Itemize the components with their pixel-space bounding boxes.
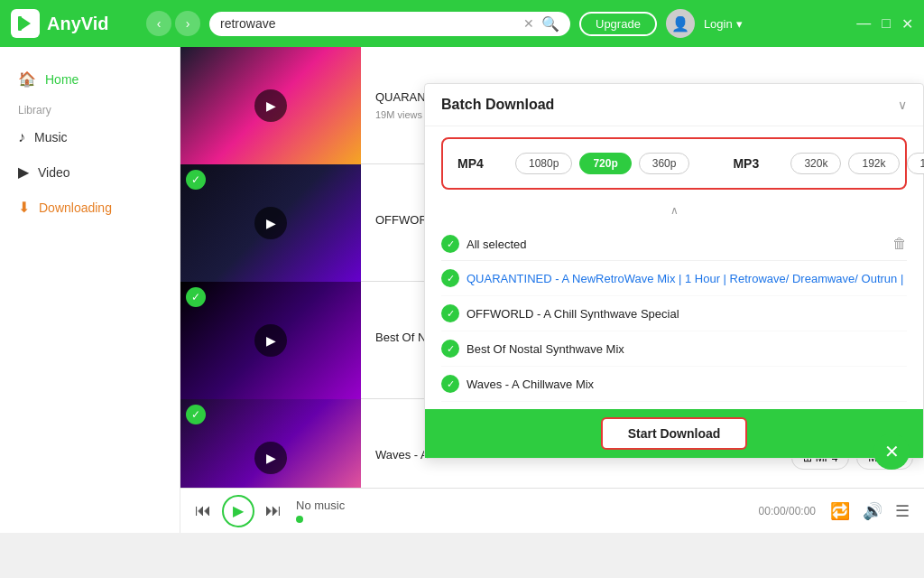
mp3-quality-buttons: 320k 192k 128k bbox=[790, 153, 924, 174]
quality-360p[interactable]: 360p bbox=[639, 153, 690, 174]
format-row: MP4 1080p 720p 360p MP3 320k 192k 128k bbox=[457, 150, 891, 177]
format-selector: MP4 1080p 720p 360p MP3 320k 192k 128k bbox=[441, 137, 907, 190]
search-bar: retrowave ✕ 🔍 bbox=[209, 12, 570, 36]
previous-button[interactable]: ⏮ bbox=[195, 501, 211, 520]
header: AnyVid ‹ › retrowave ✕ 🔍 Upgrade 👤 Login… bbox=[0, 0, 924, 47]
all-selected-label: All selected bbox=[467, 238, 526, 251]
batch-download-panel: Batch Download ∨ MP4 1080p 720p 360p MP3… bbox=[424, 83, 924, 459]
queue-button[interactable]: ☰ bbox=[895, 501, 910, 521]
nav-forward-button[interactable]: › bbox=[175, 11, 200, 36]
track-title: Best Of Nostal Synthwave Mix bbox=[467, 342, 624, 356]
track-title-link[interactable]: QUARANTINED - A NewRetroWave Mix | 1 Hou… bbox=[467, 272, 903, 285]
mp4-format-label: MP4 bbox=[457, 156, 494, 171]
quality-720p[interactable]: 720p bbox=[579, 153, 631, 174]
batch-header: Batch Download ∨ bbox=[425, 84, 923, 126]
track-title: OFFWORLD - A Chill Synthwave Special bbox=[467, 307, 679, 321]
quality-320k[interactable]: 320k bbox=[790, 153, 841, 174]
batch-footer: Start Download bbox=[425, 409, 923, 458]
music-icon: ♪ bbox=[18, 129, 25, 145]
bottom-bar: ⏮ ▶ ⏭ No music 00:00/00:00 🔁 🔊 ☰ bbox=[180, 488, 924, 533]
check-badge: ✓ bbox=[186, 170, 206, 190]
sidebar: 🏠 Home Library ♪ Music ▶ Video ⬇ Downloa… bbox=[0, 47, 180, 533]
track-check-icon[interactable]: ✓ bbox=[441, 375, 459, 393]
quality-1080p[interactable]: 1080p bbox=[515, 153, 572, 174]
delete-all-icon[interactable]: 🗑 bbox=[892, 236, 907, 252]
library-label: Library bbox=[0, 97, 180, 120]
check-badge: ✓ bbox=[186, 287, 206, 307]
all-selected-row: ✓ All selected 🗑 bbox=[441, 228, 907, 261]
video-thumbnail: ✓ ▶ bbox=[180, 282, 361, 399]
playback-controls: ⏮ ▶ ⏭ bbox=[195, 495, 282, 527]
maximize-button[interactable]: □ bbox=[882, 15, 891, 32]
track-list: ✓ All selected 🗑 ✓ QUARANTINED - A NewRe… bbox=[425, 220, 923, 409]
track-check-icon[interactable]: ✓ bbox=[441, 269, 459, 287]
track-check-icon[interactable]: ✓ bbox=[441, 304, 459, 322]
quality-192k[interactable]: 192k bbox=[848, 153, 899, 174]
list-item: ✓ OFFWORLD - A Chill Synthwave Special bbox=[441, 296, 907, 331]
play-button-thumb[interactable]: ▶ bbox=[254, 207, 287, 239]
main-layout: 🏠 Home Library ♪ Music ▶ Video ⬇ Downloa… bbox=[0, 47, 924, 533]
video-thumbnail: ✓ ▶ bbox=[180, 164, 361, 282]
logo-area: AnyVid bbox=[11, 9, 137, 38]
check-badge: ✓ bbox=[186, 405, 206, 424]
play-pause-button[interactable]: ▶ bbox=[222, 495, 254, 527]
thumb-bg: ✓ ▶ bbox=[180, 164, 361, 282]
upgrade-button[interactable]: Upgrade bbox=[579, 12, 657, 36]
list-item: ✓ QUARANTINED - A NewRetroWave Mix | 1 H… bbox=[441, 261, 907, 296]
repeat-button[interactable]: 🔁 bbox=[830, 501, 850, 521]
progress-dot bbox=[296, 516, 303, 523]
thumb-bg: ✓ ▶ bbox=[180, 282, 361, 399]
quality-128k[interactable]: 128k bbox=[907, 153, 925, 174]
window-controls: — □ ✕ bbox=[856, 15, 913, 33]
play-button-thumb[interactable]: ▶ bbox=[254, 324, 287, 357]
all-check-icon[interactable]: ✓ bbox=[441, 235, 459, 253]
sidebar-item-video[interactable]: ▶ Video bbox=[0, 154, 180, 190]
sidebar-item-downloading[interactable]: ⬇ Downloading bbox=[0, 190, 180, 225]
nav-arrows: ‹ › bbox=[146, 11, 200, 36]
content-area: ▶ QUARANTINED - A NewRetroWave Mix 19M v… bbox=[180, 47, 924, 533]
now-playing: No music bbox=[296, 499, 404, 523]
thumb-bg: ▶ bbox=[180, 47, 361, 164]
app-logo-icon bbox=[11, 9, 40, 38]
time-display: 00:00/00:00 bbox=[759, 505, 816, 517]
video-thumbnail: ▶ bbox=[180, 47, 361, 164]
app-name: AnyVid bbox=[47, 14, 109, 34]
all-selected-left: ✓ All selected bbox=[441, 235, 526, 253]
login-button[interactable]: Login ▾ bbox=[704, 17, 743, 31]
play-button-thumb[interactable]: ▶ bbox=[254, 442, 287, 474]
download-icon: ⬇ bbox=[18, 199, 30, 216]
chevron-down-icon: ▾ bbox=[736, 17, 743, 31]
search-input[interactable]: retrowave bbox=[220, 16, 516, 31]
mp4-quality-buttons: 1080p 720p 360p bbox=[515, 153, 689, 174]
no-music-label: No music bbox=[296, 499, 404, 512]
sidebar-item-home[interactable]: 🏠 Home bbox=[0, 61, 180, 97]
play-button-thumb[interactable]: ▶ bbox=[254, 89, 287, 122]
start-download-button[interactable]: Start Download bbox=[601, 417, 748, 450]
volume-button[interactable]: 🔊 bbox=[863, 501, 882, 521]
search-icon[interactable]: 🔍 bbox=[541, 15, 559, 33]
batch-title: Batch Download bbox=[441, 97, 554, 113]
svg-rect-1 bbox=[18, 16, 22, 31]
minimize-button[interactable]: — bbox=[856, 15, 871, 32]
bottom-controls: 🔁 🔊 ☰ bbox=[830, 501, 910, 521]
home-icon: 🏠 bbox=[18, 70, 36, 88]
next-button[interactable]: ⏭ bbox=[265, 501, 282, 520]
list-item: ✓ Waves - A Chillwave Mix bbox=[441, 367, 907, 402]
list-item: ✓ Best Of Nostal Synthwave Mix bbox=[441, 331, 907, 367]
collapse-icon[interactable]: ∨ bbox=[898, 98, 907, 112]
collapse-arrow-icon[interactable]: ∧ bbox=[425, 200, 923, 220]
avatar: 👤 bbox=[666, 9, 695, 38]
clear-search-icon[interactable]: ✕ bbox=[523, 16, 534, 31]
video-icon: ▶ bbox=[18, 163, 29, 181]
nav-back-button[interactable]: ‹ bbox=[146, 11, 171, 36]
mp3-format-label: MP3 bbox=[733, 156, 769, 171]
sidebar-item-music[interactable]: ♪ Music bbox=[0, 120, 180, 154]
track-title: Waves - A Chillwave Mix bbox=[467, 378, 594, 391]
close-button[interactable]: ✕ bbox=[901, 15, 913, 33]
close-fab-button[interactable]: ✕ bbox=[873, 434, 910, 470]
track-check-icon[interactable]: ✓ bbox=[441, 340, 459, 358]
